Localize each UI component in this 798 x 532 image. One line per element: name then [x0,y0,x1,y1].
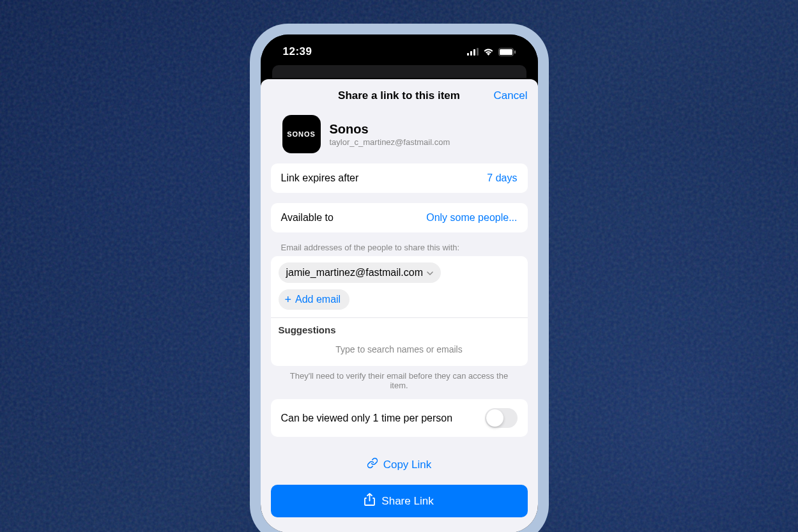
email-section: jamie_martinez@fastmail.com + Add email … [271,256,528,366]
expiry-value[interactable]: 7 days [487,172,517,184]
expiry-card: Link expires after 7 days [271,163,528,193]
emails-section-header: Email addresses of the people to share t… [261,243,538,256]
email-chip[interactable]: jamie_martinez@fastmail.com [279,262,441,283]
status-time: 12:39 [283,45,312,58]
link-icon [367,457,378,472]
availability-value[interactable]: Only some people... [426,212,517,224]
item-name: Sonos [330,122,450,137]
email-chip-text: jamie_martinez@fastmail.com [286,267,424,278]
helper-text: They'll need to verify their email befor… [261,371,538,399]
divider [271,317,528,318]
svg-rect-6 [514,50,516,54]
svg-rect-1 [470,51,472,56]
view-once-label: Can be viewed only 1 time per person [281,413,453,424]
view-once-card: Can be viewed only 1 time per person [271,399,528,437]
expiry-row[interactable]: Link expires after 7 days [271,163,528,193]
expiry-label: Link expires after [281,172,359,184]
svg-rect-2 [473,49,475,56]
cellular-signal-icon [467,48,479,56]
share-link-button[interactable]: Share Link [271,485,528,517]
plus-icon: + [285,294,292,305]
battery-icon [498,48,516,56]
svg-rect-5 [500,49,512,55]
share-link-label: Share Link [381,495,433,508]
toggle-knob [486,409,503,427]
add-email-label: Add email [295,294,341,305]
suggestions-placeholder[interactable]: Type to search names or emails [279,342,520,358]
modal-title: Share a link to this item [338,89,460,102]
item-icon: SONOS [282,115,321,153]
wifi-icon [483,48,494,56]
suggestions-label: Suggestions [279,324,520,335]
view-once-row: Can be viewed only 1 time per person [271,399,528,437]
view-once-toggle[interactable] [485,408,518,428]
modal-header: Share a link to this item Cancel [261,79,538,110]
share-icon [364,493,375,509]
availability-row[interactable]: Available to Only some people... [271,203,528,232]
svg-rect-3 [477,48,479,56]
share-modal: Share a link to this item Cancel SONOS S… [261,79,538,532]
availability-label: Available to [281,212,334,224]
item-email: taylor_c_martinez@fastmail.com [330,137,450,147]
item-details: Sonos taylor_c_martinez@fastmail.com [330,122,450,147]
item-info: SONOS Sonos taylor_c_martinez@fastmail.c… [261,110,538,163]
status-bar: 12:39 [261,34,538,69]
availability-card: Available to Only some people... [271,203,528,232]
phone-screen: 12:39 Share a link to this item Cancel [261,34,538,532]
status-icons [467,48,516,56]
chevron-down-icon [427,270,433,277]
phone-frame: 12:39 Share a link to this item Cancel [250,24,549,532]
cancel-button[interactable]: Cancel [494,89,528,102]
copy-link-label: Copy Link [383,459,432,471]
copy-link-button[interactable]: Copy Link [261,447,538,482]
svg-rect-0 [467,53,469,56]
search-bar-partial [261,69,538,79]
add-email-button[interactable]: + Add email [279,289,350,310]
